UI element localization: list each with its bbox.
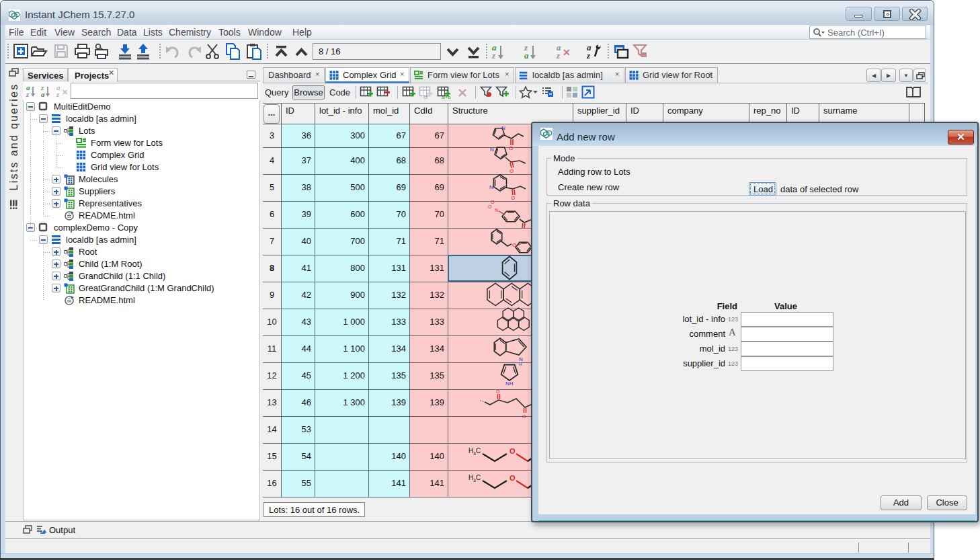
svg-text:O: O [488,204,492,209]
svg-text:ct: ct [423,94,428,100]
svg-text:a+b: a+b [442,94,451,100]
svg-text:O: O [509,145,513,151]
svg-text:C: C [476,474,481,481]
svg-text:✕: ✕ [563,48,571,58]
svg-text:z: z [56,90,60,98]
svg-text:H: H [519,362,522,366]
svg-text:✕: ✕ [62,88,68,96]
svg-text:C: C [476,447,481,454]
svg-text:a: a [41,90,45,98]
svg-text:N: N [490,147,494,153]
svg-text:z: z [586,50,591,61]
svg-text:z: z [556,50,561,61]
svg-text:O: O [522,414,526,419]
svg-text:O: O [509,447,516,455]
svg-text:O: O [511,195,515,201]
svg-text:N: N [489,184,493,190]
svg-text:O: O [509,168,514,174]
svg-text:N: N [519,356,523,362]
svg-text:O: O [496,389,500,394]
svg-text:O: O [491,200,495,204]
svg-text:N: N [495,208,498,212]
svg-text:NH: NH [505,381,514,387]
svg-text:z: z [26,90,30,98]
svg-text:O: O [509,474,516,482]
svg-text:N: N [501,125,505,131]
svg-text:z: z [491,50,496,61]
svg-text:a: a [524,50,529,61]
